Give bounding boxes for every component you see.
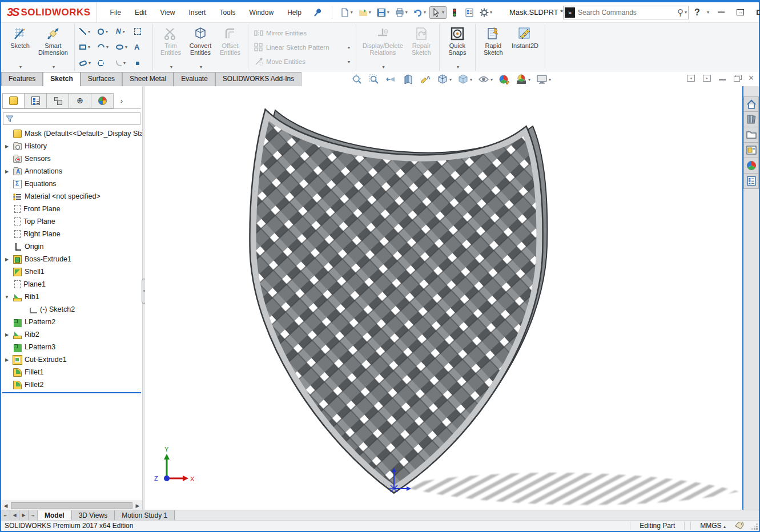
scroll-right-arrow[interactable]: ▶ bbox=[133, 503, 142, 509]
save-button[interactable]: ▾ bbox=[375, 6, 392, 19]
help-button[interactable]: ? bbox=[693, 7, 701, 18]
viewport-canvas[interactable]: Y X Z bbox=[145, 86, 742, 510]
hide-show-items-button[interactable]: ▾ bbox=[476, 72, 494, 86]
rectangle-tool[interactable]: ▾ bbox=[78, 40, 95, 55]
expand-arrow[interactable]: ▶ bbox=[3, 257, 10, 262]
display-style-dropdown-arrow[interactable]: ▾ bbox=[470, 77, 472, 82]
tree-item-annotations[interactable]: ▶Annotations bbox=[1, 165, 142, 178]
smart-dimension-dropdown-arrow[interactable]: ▾ bbox=[53, 65, 55, 70]
sketch-fillet-dropdown-arrow[interactable]: ▾ bbox=[123, 61, 126, 66]
menu-insert[interactable]: Insert bbox=[182, 6, 212, 19]
tree-root-mask[interactable]: Mask (Default<<Default>_Display State 1 bbox=[1, 127, 142, 140]
expand-arrow[interactable]: ▶ bbox=[3, 332, 10, 337]
tree-item-fillet2[interactable]: Fillet2 bbox=[1, 378, 142, 391]
tree-item-front-plane[interactable]: Front Plane bbox=[1, 203, 142, 215]
smart-dimension-button[interactable]: Smart Dimension ▾ bbox=[35, 24, 71, 71]
quick-snaps-dropdown-arrow[interactable]: ▾ bbox=[457, 65, 459, 70]
undo-dropdown-arrow[interactable]: ▾ bbox=[424, 10, 426, 15]
tab-3d-views[interactable]: 3D Views bbox=[72, 510, 115, 520]
print-dropdown-arrow[interactable]: ▾ bbox=[405, 10, 408, 15]
view-palette-button[interactable] bbox=[743, 143, 759, 158]
units-selector[interactable]: MMGS ▴ bbox=[697, 522, 729, 530]
open-button[interactable]: ▾ bbox=[356, 6, 373, 19]
tab-sheet-metal[interactable]: Sheet Metal bbox=[122, 72, 174, 86]
file-explorer-button[interactable] bbox=[743, 127, 759, 143]
tab-dimxpertmanager[interactable]: ⊕ bbox=[69, 93, 91, 108]
slot-tool[interactable]: ▾ bbox=[78, 55, 95, 71]
apply-scene-button[interactable]: ▾ bbox=[514, 72, 532, 86]
save-dropdown-arrow[interactable]: ▾ bbox=[387, 10, 389, 15]
view-settings-dropdown-arrow[interactable]: ▾ bbox=[549, 77, 551, 82]
rollback-bar[interactable] bbox=[2, 392, 141, 393]
previous-tab-button[interactable]: ◀ bbox=[10, 510, 19, 520]
collapse-arrow[interactable]: ▼ bbox=[3, 295, 10, 300]
sketch-fillet-tool[interactable]: ▾ bbox=[114, 55, 131, 71]
slot-dropdown-arrow[interactable]: ▾ bbox=[89, 61, 91, 66]
search-input[interactable] bbox=[575, 9, 677, 17]
menu-window[interactable]: Window bbox=[243, 6, 280, 19]
rectangle-dropdown-arrow[interactable]: ▾ bbox=[88, 45, 90, 50]
sketch-picture-tool[interactable] bbox=[132, 24, 150, 39]
apply-scene-dropdown-arrow[interactable]: ▾ bbox=[528, 77, 530, 82]
display-style-button[interactable]: ▾ bbox=[456, 72, 474, 86]
circle-dropdown-arrow[interactable]: ▾ bbox=[106, 29, 108, 34]
instant2d-button[interactable]: Instant2D bbox=[508, 24, 542, 71]
design-library-button[interactable] bbox=[743, 112, 759, 127]
ellipse-dropdown-arrow[interactable]: ▾ bbox=[125, 45, 127, 50]
expand-arrow[interactable]: ▶ bbox=[3, 357, 10, 362]
mirror-entities-button[interactable]: Mirror Entities bbox=[251, 27, 353, 39]
menu-file[interactable]: File bbox=[104, 6, 127, 19]
panel-tabs-overflow-button[interactable]: › bbox=[114, 93, 130, 108]
zoom-to-area-button[interactable] bbox=[367, 72, 381, 86]
select-button[interactable]: ▾ bbox=[429, 6, 447, 19]
tree-item-rib1[interactable]: ▼Rib1 bbox=[1, 291, 142, 303]
doc-minimize-button[interactable] bbox=[719, 79, 726, 80]
view-settings-button[interactable]: ▾ bbox=[534, 72, 553, 86]
file-properties-button[interactable] bbox=[463, 6, 476, 19]
hide-show-dropdown-arrow[interactable]: ▾ bbox=[490, 77, 493, 82]
linear-sketch-pattern-button[interactable]: Linear Sketch Pattern ▾ bbox=[251, 41, 353, 54]
quick-snaps-button[interactable]: Quick Snaps ▾ bbox=[443, 24, 472, 71]
options-button[interactable]: ▾ bbox=[477, 6, 494, 19]
point-tool[interactable] bbox=[132, 55, 150, 71]
collapse-right-pane-button[interactable]: ▸ bbox=[703, 75, 711, 82]
tab-evaluate[interactable]: Evaluate bbox=[174, 72, 215, 86]
move-entities-dropdown-arrow[interactable]: ▾ bbox=[348, 59, 350, 65]
previous-view-button[interactable] bbox=[384, 72, 399, 86]
convert-entities-dropdown-arrow[interactable]: ▾ bbox=[200, 65, 202, 70]
tree-item-material[interactable]: Material <not specified> bbox=[1, 190, 142, 203]
tree-item-sensors[interactable]: Sensors bbox=[1, 152, 142, 165]
spline-tool[interactable]: N▾ bbox=[114, 24, 131, 39]
panel-horizontal-scrollbar[interactable]: ◀ ▶ bbox=[1, 501, 142, 510]
tag-icon[interactable] bbox=[735, 522, 744, 530]
rapid-sketch-button[interactable]: Rapid Sketch bbox=[478, 24, 508, 71]
display-delete-relations-button[interactable]: Display/Delete Relations ▾ bbox=[359, 24, 407, 71]
collapse-left-pane-button[interactable]: ◂ bbox=[687, 75, 695, 82]
tree-item-fillet1[interactable]: Fillet1 bbox=[1, 366, 142, 378]
circle-tool[interactable]: ▾ bbox=[96, 24, 113, 39]
trim-entities-dropdown-arrow[interactable]: ▾ bbox=[170, 65, 172, 70]
zoom-to-fit-button[interactable] bbox=[349, 72, 364, 86]
line-dropdown-arrow[interactable]: ▾ bbox=[88, 29, 90, 34]
tab-sketch[interactable]: Sketch bbox=[43, 72, 80, 86]
pin-menu-icon[interactable] bbox=[310, 5, 324, 19]
tree-item-rib2[interactable]: ▶Rib2 bbox=[1, 328, 142, 341]
tab-surfaces[interactable]: Surfaces bbox=[81, 72, 122, 86]
last-tab-button[interactable]: ⯮ bbox=[29, 510, 38, 520]
collapse-panes-button[interactable]: ↔ bbox=[733, 7, 748, 18]
first-tab-button[interactable]: ⯬ bbox=[1, 510, 10, 520]
tab-configurationmanager[interactable] bbox=[47, 93, 69, 108]
tree-item-equations[interactable]: Equations bbox=[1, 178, 142, 190]
sketch-dropdown-arrow[interactable]: ▾ bbox=[19, 65, 22, 70]
spline-dropdown-arrow[interactable]: ▾ bbox=[123, 29, 125, 34]
line-tool[interactable]: ▾ bbox=[78, 24, 95, 39]
display-delete-dropdown-arrow[interactable]: ▾ bbox=[382, 65, 384, 70]
select-dropdown-arrow[interactable]: ▾ bbox=[442, 10, 444, 15]
tree-item-shell1[interactable]: Shell1 bbox=[1, 265, 142, 278]
section-view-button[interactable] bbox=[401, 72, 416, 86]
text-tool[interactable]: A bbox=[132, 40, 150, 55]
arc-dropdown-arrow[interactable]: ▾ bbox=[106, 45, 108, 50]
graphics-viewport[interactable]: Y X Z bbox=[145, 86, 742, 510]
arc-tool[interactable]: ▾ bbox=[96, 40, 113, 55]
view-orientation-dropdown-arrow[interactable]: ▾ bbox=[449, 77, 452, 82]
